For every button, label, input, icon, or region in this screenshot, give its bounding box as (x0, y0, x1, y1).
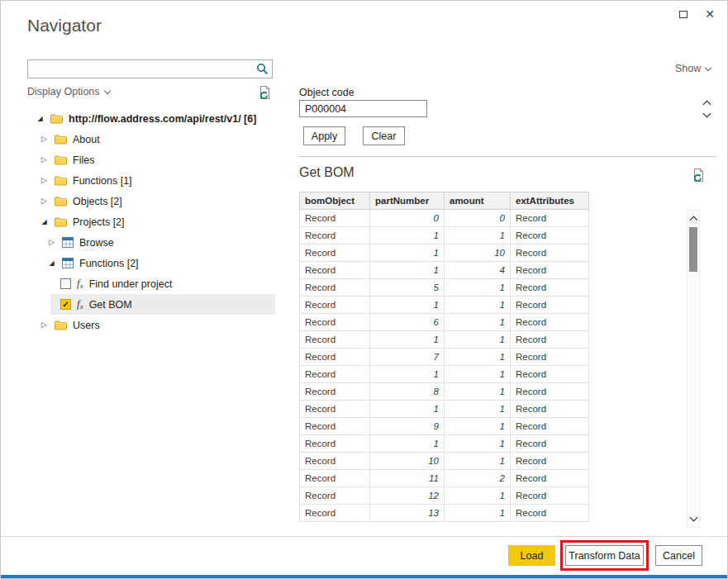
table-cell: 1 (445, 314, 511, 331)
collapse-icon[interactable]: ◢ (40, 219, 49, 225)
table-icon (62, 258, 74, 268)
navigator-tree: ◢http://flow.address.com/api/rest/v1/ [6… (27, 108, 275, 335)
table-row: Record51Record (300, 279, 589, 297)
table-cell: Record (300, 366, 370, 383)
clear-button[interactable]: Clear (363, 126, 405, 145)
tree-item-label: About (73, 134, 100, 145)
table-row: Record61Record (300, 314, 589, 331)
expand-icon[interactable]: ▷ (40, 321, 49, 329)
tree-item-functions-2[interactable]: ◢Functions [2] (27, 253, 275, 273)
tree-item-label: Get BOM (89, 299, 132, 311)
preview-header-row: bomObjectpartNumberamountextAttributes (300, 192, 589, 210)
tree-item-objects-2[interactable]: ▷Objects [2] (27, 191, 275, 211)
expand-icon[interactable]: ▷ (40, 197, 49, 205)
tree-item-functions-1[interactable]: ▷Functions [1] (27, 170, 275, 191)
table-row: Record112Record (300, 470, 589, 487)
table-cell: Record (511, 470, 589, 487)
chevron-down-icon (705, 64, 711, 70)
table-cell: Record (511, 314, 589, 331)
load-button[interactable]: Load (508, 545, 555, 566)
table-cell: Record (300, 314, 370, 331)
refresh-preview-icon[interactable] (692, 168, 706, 186)
tree-item-label: Functions [1] (73, 175, 132, 187)
tree-row-content: ◢Functions [2] (47, 253, 275, 273)
tree-row-content: ▷Users (40, 315, 275, 335)
folder-icon (55, 196, 67, 206)
tree-row-content: ▷Objects [2] (40, 191, 275, 211)
fx-icon: fx (77, 298, 83, 311)
tree-item-users[interactable]: ▷Users (27, 315, 275, 335)
tree-indent (27, 191, 40, 211)
collapse-icon[interactable]: ◢ (47, 260, 56, 267)
navigator-window: ✕ Navigator Display Options ◢http://flow… (0, 0, 728, 579)
table-cell: Record (300, 470, 370, 487)
tree-item-browse[interactable]: ▷Browse (27, 232, 275, 253)
table-cell: Record (511, 487, 589, 505)
table-cell: Record (300, 297, 370, 314)
table-cell: Record (511, 505, 589, 522)
table-cell: 1 (445, 418, 511, 435)
table-cell: 1 (370, 262, 445, 279)
tree-indent (27, 315, 40, 335)
expand-icon[interactable]: ▷ (40, 135, 49, 143)
preview-body: Record00RecordRecord11RecordRecord110Rec… (300, 210, 589, 522)
window-maximize-button[interactable] (674, 6, 692, 22)
tree-item-projects-2[interactable]: ◢Projects [2] (27, 211, 275, 232)
table-cell: Record (300, 227, 370, 244)
table-cell: 1 (445, 401, 511, 418)
expand-icon[interactable]: ▷ (40, 177, 49, 184)
tree-indent (27, 108, 36, 129)
table-row: Record11Record (300, 401, 589, 418)
expand-icon[interactable]: ▷ (40, 156, 49, 164)
tree-item-about[interactable]: ▷About (27, 129, 275, 149)
table-cell: Record (511, 366, 589, 383)
table-cell: 13 (370, 505, 445, 522)
table-cell: 1 (445, 505, 511, 522)
refresh-icon[interactable] (258, 85, 272, 103)
tree-item-label: Users (73, 320, 100, 331)
table-row: Record14Record (300, 262, 589, 279)
footer-divider (1, 536, 728, 537)
table-row: Record71Record (300, 349, 589, 366)
table-row: Record11Record (300, 435, 589, 453)
collapse-icon[interactable]: ◢ (36, 116, 45, 122)
table-row: Record00Record (300, 210, 589, 227)
transform-data-button[interactable]: Transform Data (565, 545, 644, 566)
show-label: Show (675, 63, 701, 74)
table-cell: 1 (370, 435, 445, 453)
table-cell: Record (300, 505, 370, 522)
tree-item-get-bom[interactable]: ✓fxGet BOM (27, 294, 275, 315)
show-dropdown[interactable]: Show (675, 63, 711, 74)
table-cell: 0 (445, 210, 511, 227)
scroll-up-icon[interactable] (688, 212, 699, 225)
cancel-button[interactable]: Cancel (655, 545, 702, 566)
folder-icon (55, 154, 67, 165)
column-header: extAttributes (511, 192, 589, 210)
apply-button[interactable]: Apply (303, 126, 345, 145)
search-icon[interactable] (256, 63, 269, 78)
window-close-button[interactable]: ✕ (701, 6, 719, 22)
table-cell: 10 (370, 453, 445, 470)
object-code-input[interactable] (299, 100, 427, 117)
panel-scroll-down-icon[interactable] (704, 105, 710, 120)
table-cell: Record (511, 331, 589, 349)
checkbox-unchecked[interactable] (60, 278, 71, 289)
table-scrollbar[interactable] (687, 210, 700, 528)
table-cell: Record (511, 401, 589, 418)
table-cell: 12 (370, 487, 445, 505)
scrollbar-thumb[interactable] (689, 227, 697, 272)
tree-item-files[interactable]: ▷Files (27, 149, 275, 170)
tree-item-http-flow-address-com-api-rest-v1-6[interactable]: ◢http://flow.address.com/api/rest/v1/ [6… (27, 108, 275, 129)
checkbox-checked[interactable]: ✓ (60, 299, 71, 310)
display-options-dropdown[interactable]: Display Options (27, 86, 110, 97)
table-cell: 10 (445, 244, 511, 262)
expand-icon[interactable]: ▷ (47, 239, 56, 246)
scroll-down-icon[interactable] (688, 512, 699, 525)
tree-item-find-under-project[interactable]: fxFind under project (27, 273, 275, 294)
tree-row-content: ▷About (40, 129, 275, 149)
table-cell: 4 (445, 262, 511, 279)
table-cell: 1 (445, 349, 511, 366)
tree-row-content: fxFind under project (50, 273, 275, 294)
search-input[interactable] (30, 61, 253, 77)
maximize-icon (679, 11, 688, 18)
